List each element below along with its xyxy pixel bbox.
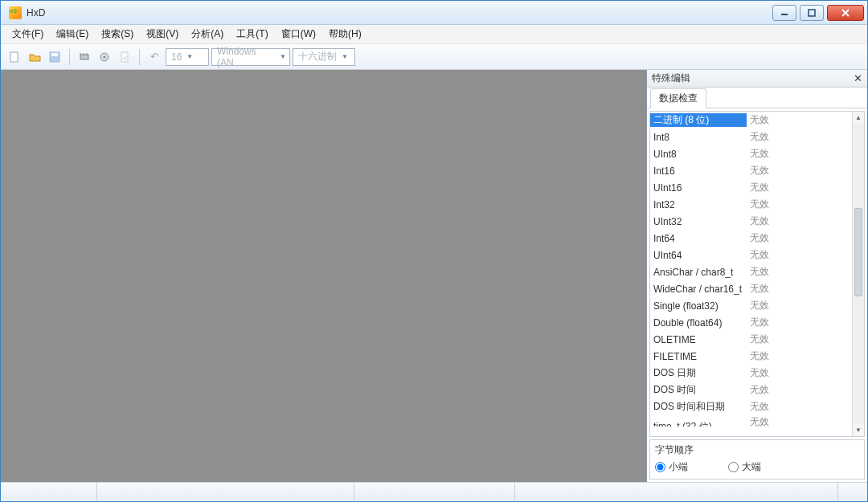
inspector-row[interactable]: Int32无效	[650, 196, 852, 213]
maximize-button[interactable]	[800, 5, 824, 21]
inspector-row[interactable]: DOS 时间和日期无效	[650, 398, 852, 415]
inspector-row[interactable]: WideChar / char16_t无效	[650, 280, 852, 297]
svg-rect-1	[809, 10, 815, 16]
inspector-row[interactable]: OLETIME无效	[650, 331, 852, 348]
inspector-row[interactable]: Int64无效	[650, 230, 852, 247]
close-button[interactable]	[827, 5, 864, 21]
scroll-up-icon[interactable]: ▲	[853, 112, 864, 124]
inspector-value: 无效	[747, 231, 852, 245]
svg-rect-7	[80, 55, 88, 59]
inspector-key: DOS 时间	[650, 383, 747, 397]
inspector-key: Int64	[650, 233, 747, 244]
bytes-per-row-value: 16	[171, 51, 182, 63]
inspector-key: DOS 日期	[650, 366, 747, 380]
inspector-row[interactable]: Int8无效	[650, 129, 852, 145]
open-button[interactable]	[26, 48, 43, 66]
inspector-row[interactable]: DOS 日期无效	[650, 365, 852, 382]
menu-view[interactable]: 视图(V)	[140, 25, 185, 43]
menu-file[interactable]: 文件(F)	[6, 25, 50, 43]
side-panel-close-icon[interactable]: ✕	[854, 72, 862, 84]
window-buttons	[772, 5, 864, 21]
open-ram-button[interactable]	[76, 48, 93, 66]
inspector-value: 无效	[747, 366, 852, 380]
radio-little-endian[interactable]: 小端	[655, 460, 688, 474]
scrollbar[interactable]: ▲ ▼	[852, 112, 864, 436]
undo-button[interactable]: ↶	[145, 48, 163, 66]
inspector-row[interactable]: Double (float64)无效	[650, 314, 852, 331]
side-panel-body: 二进制 (8 位)无效Int8无效UInt8无效Int16无效UInt16无效I…	[647, 108, 867, 482]
inspector-row[interactable]: AnsiChar / char8_t无效	[650, 263, 852, 280]
inspector-key: UInt8	[650, 149, 747, 160]
hex-workspace[interactable]	[1, 70, 646, 482]
status-cell	[97, 483, 354, 501]
chevron-down-icon: ▼	[280, 53, 286, 60]
statusbar	[1, 482, 867, 501]
svg-rect-4	[10, 52, 18, 62]
radio-big-endian[interactable]: 大端	[728, 460, 761, 474]
save-button[interactable]	[46, 48, 63, 66]
radix-select[interactable]: 十六进制▼	[293, 48, 355, 66]
menu-window[interactable]: 窗口(W)	[275, 25, 322, 43]
data-inspector-list: 二进制 (8 位)无效Int8无效UInt8无效Int16无效UInt16无效I…	[649, 111, 865, 437]
toolbar-separator	[69, 49, 70, 65]
inspector-row[interactable]: FILETIME无效	[650, 348, 852, 365]
inspector-row[interactable]: time_t (32 位)无效	[650, 415, 852, 426]
tab-data-inspector[interactable]: 数据检查	[650, 88, 706, 108]
inspector-row[interactable]: Int16无效	[650, 162, 852, 179]
inspector-value: 无效	[747, 316, 852, 329]
menu-tools[interactable]: 工具(T)	[230, 25, 274, 43]
inspector-value: 无效	[747, 400, 852, 414]
inspector-value: 无效	[747, 299, 852, 312]
menu-analyze[interactable]: 分析(A)	[185, 25, 230, 43]
inspector-key: Double (float64)	[650, 317, 747, 329]
side-panel-title: 特殊编辑	[652, 71, 690, 85]
inspector-key: WideChar / char16_t	[650, 284, 747, 295]
app-icon	[9, 6, 22, 19]
inspector-value: 无效	[747, 164, 852, 178]
inspector-row[interactable]: UInt8无效	[650, 145, 852, 162]
inspector-key: UInt64	[650, 250, 747, 261]
menu-search[interactable]: 搜索(S)	[95, 25, 140, 43]
status-cell	[838, 483, 867, 501]
inspector-row[interactable]: Single (float32)无效	[650, 297, 852, 314]
new-button[interactable]	[6, 48, 23, 66]
chevron-down-icon: ▼	[186, 53, 193, 60]
inspector-value: 无效	[747, 198, 852, 211]
main-area: 特殊编辑 ✕ 数据检查 二进制 (8 位)无效Int8无效UInt8无效Int1…	[1, 70, 867, 482]
menu-edit[interactable]: 编辑(E)	[50, 25, 95, 43]
inspector-row[interactable]: UInt64无效	[650, 247, 852, 263]
inspector-key: AnsiChar / char8_t	[650, 267, 747, 278]
status-cell	[354, 483, 515, 501]
inspector-value: 无效	[747, 333, 852, 346]
inspector-key: Int8	[650, 132, 747, 143]
open-disk-button[interactable]	[96, 48, 113, 66]
inspector-row[interactable]: UInt16无效	[650, 179, 852, 196]
toolbar-separator	[139, 49, 140, 65]
inspector-key: UInt16	[650, 182, 747, 194]
inspector-key: Single (float32)	[650, 300, 747, 312]
inspector-value: 无效	[747, 349, 852, 363]
inspector-value: 无效	[747, 415, 852, 426]
minimize-button[interactable]	[772, 5, 796, 21]
app-window: HxD 文件(F) 编辑(E) 搜索(S) 视图(V) 分析(A) 工具(T) …	[0, 0, 868, 502]
svg-rect-6	[51, 53, 58, 56]
inspector-key: Int16	[650, 165, 747, 177]
svg-point-12	[104, 55, 106, 58]
inspector-row[interactable]: 二进制 (8 位)无效	[650, 112, 852, 129]
reload-button[interactable]	[116, 48, 133, 66]
status-cell	[1, 483, 97, 501]
inspector-value: 无效	[747, 265, 852, 279]
inspector-key: OLETIME	[650, 334, 747, 345]
scroll-down-icon[interactable]: ▼	[853, 424, 864, 436]
inspector-row[interactable]: DOS 时间无效	[650, 382, 852, 398]
inspector-key: Int32	[650, 199, 747, 210]
bytes-per-row-select[interactable]: 16▼	[166, 48, 209, 66]
radix-value: 十六进制	[298, 50, 337, 63]
scroll-thumb[interactable]	[854, 208, 862, 296]
toolbar: ↶ 16▼ Windows (AN▼ 十六进制▼	[1, 44, 867, 70]
inspector-key: UInt32	[650, 216, 747, 227]
inspector-key: FILETIME	[650, 351, 747, 362]
menu-help[interactable]: 帮助(H)	[322, 25, 368, 43]
inspector-row[interactable]: UInt32无效	[650, 213, 852, 230]
encoding-select[interactable]: Windows (AN▼	[211, 48, 290, 66]
